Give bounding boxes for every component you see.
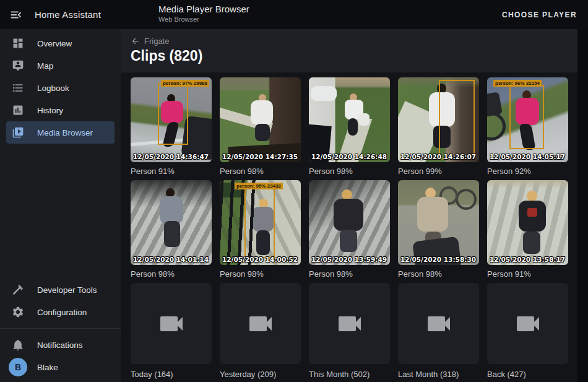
clip-card[interactable]: 12/05/2020 14:01:14 Person 98%: [131, 180, 212, 279]
bell-icon: [11, 337, 25, 352]
person-figure: [131, 180, 212, 265]
folder-card-back[interactable]: Back (427): [487, 283, 568, 380]
clip-timestamp: 12/05/2020 14:27:35: [222, 153, 298, 160]
person-figure: [487, 180, 568, 265]
clips-grid: person: 97% 29988 12/05/2020 14:36:47 Pe…: [131, 77, 568, 380]
video-camera-icon: [424, 309, 454, 339]
sidebar-divider: [0, 328, 121, 329]
page-title: Media Player Browser: [158, 4, 249, 14]
folder-label: Back (427): [487, 370, 568, 380]
folder-thumbnail: [131, 283, 212, 364]
clip-label: Person 98%: [220, 269, 301, 279]
page-title-block: Media Player Browser Web Browser: [158, 4, 249, 23]
folder-card-yesterday[interactable]: Yesterday (209): [220, 283, 301, 380]
sidebar-item-media-browser[interactable]: Media Browser: [6, 121, 115, 144]
folder-label: This Month (502): [309, 370, 390, 380]
detection-bounding-box: [158, 83, 188, 145]
sidebar-item-notifications[interactable]: Notifications: [6, 334, 115, 356]
content-header: Frigate Clips (820): [121, 29, 577, 72]
choose-player-button[interactable]: CHOOSE PLAYER: [502, 11, 577, 19]
folder-card-today[interactable]: Today (164): [131, 283, 212, 380]
sidebar-spacer: [0, 144, 121, 279]
clip-card[interactable]: person: 97% 29988 12/05/2020 14:36:47 Pe…: [131, 77, 212, 176]
sidebar-item-developer-tools[interactable]: Developer Tools: [6, 279, 115, 301]
clip-thumbnail: person: 95% 23432 12/05/2020 14:00:52: [220, 180, 301, 265]
page-subtitle: Web Browser: [158, 15, 249, 23]
clip-label: Person 92%: [487, 167, 568, 176]
app-title: Home Assistant: [35, 9, 101, 20]
play-box-multiple-icon: [11, 125, 25, 140]
hammer-icon: [11, 282, 25, 297]
person-figure: [309, 180, 390, 265]
folder-label: Yesterday (209): [220, 370, 301, 380]
chart-box-icon: [11, 103, 25, 118]
sidebar-item-user[interactable]: B Blake: [6, 356, 115, 378]
clip-card[interactable]: 12/05/2020 13:58:30 Person 98%: [398, 180, 479, 279]
clip-label: Person 98%: [131, 269, 212, 279]
clip-card[interactable]: person: 96% 32154 12/05/2020 14:05:17 Pe…: [487, 77, 568, 176]
sidebar-item-map[interactable]: Map: [6, 54, 115, 77]
video-camera-icon: [246, 309, 275, 339]
clip-timestamp: 12/05/2020 13:59:49: [311, 256, 387, 263]
clip-thumbnail: 12/05/2020 14:27:35: [220, 77, 301, 162]
clip-timestamp: 12/05/2020 14:36:47: [133, 153, 209, 160]
folder-thumbnail: [487, 283, 568, 364]
detection-bounding-box: [509, 85, 544, 149]
detection-label: person: 96% 32154: [493, 80, 542, 87]
detection-label: person: 95% 23432: [235, 183, 283, 189]
folder-label: Today (164): [131, 370, 212, 380]
clip-card[interactable]: 12/05/2020 13:59:49 Person 98%: [309, 180, 390, 279]
clip-card[interactable]: 12/05/2020 14:26:07 Person 99%: [398, 77, 479, 176]
detection-bounding-box: [244, 185, 275, 258]
clip-label: Person 91%: [487, 269, 568, 279]
clip-thumbnail: 12/05/2020 13:59:49: [309, 180, 390, 265]
view-dashboard-icon: [11, 36, 25, 51]
sidebar-item-logbook[interactable]: Logbook: [6, 77, 115, 99]
video-camera-icon: [335, 309, 365, 339]
clip-thumbnail: 12/05/2020 14:26:48: [309, 77, 390, 162]
folder-card-last-month[interactable]: Last Month (318): [398, 283, 479, 380]
clip-card[interactable]: 12/05/2020 14:26:48 Person 98%: [309, 77, 390, 176]
clip-thumbnail: 12/05/2020 13:58:30: [398, 180, 479, 265]
clip-timestamp: 12/05/2020 14:26:48: [311, 153, 387, 160]
menu-open-icon[interactable]: [4, 2, 28, 27]
clip-card[interactable]: 12/05/2020 13:58:17 Person 91%: [487, 180, 568, 279]
clip-timestamp: 12/05/2020 14:26:07: [400, 153, 476, 160]
sidebar-bottom-group: Notifications: [0, 334, 121, 356]
clip-thumbnail: 12/05/2020 14:01:14: [131, 180, 212, 265]
media-browser-content: Frigate Clips (820) person: 97% 29988 12…: [121, 29, 577, 382]
user-name: Blake: [37, 363, 58, 372]
video-camera-icon: [513, 309, 543, 339]
scrollbar[interactable]: [577, 29, 588, 382]
cog-icon: [11, 305, 25, 319]
clip-label: Person 99%: [398, 167, 479, 176]
clip-label: Person 98%: [309, 269, 390, 279]
sidebar-item-history[interactable]: History: [6, 99, 115, 121]
folder-thumbnail: [309, 283, 390, 364]
arrow-left-icon: [131, 37, 140, 46]
format-list-bulleted-icon: [11, 80, 25, 95]
clip-timestamp: 12/05/2020 14:01:14: [133, 256, 209, 263]
clip-thumbnail: 12/05/2020 14:26:07: [398, 77, 479, 162]
page-heading: Clips (820): [131, 48, 577, 64]
clip-timestamp: 12/05/2020 14:00:52: [222, 256, 298, 263]
person-figure: [309, 77, 390, 162]
clip-timestamp: 12/05/2020 13:58:17: [490, 256, 565, 263]
app-bar: Home Assistant Media Player Browser Web …: [0, 0, 588, 29]
clip-card[interactable]: 12/05/2020 14:27:35 Person 98%: [220, 77, 301, 176]
sidebar-item-overview[interactable]: Overview: [6, 32, 115, 54]
clip-card[interactable]: person: 95% 23432 12/05/2020 14:00:52 Pe…: [220, 180, 301, 279]
clip-thumbnail: 12/05/2020 13:58:17: [487, 180, 568, 265]
breadcrumb-back-frigate[interactable]: Frigate: [131, 37, 169, 46]
folder-label: Last Month (318): [398, 370, 479, 380]
folder-card-this-month[interactable]: This Month (502): [309, 283, 390, 380]
clip-timestamp: 12/05/2020 13:58:30: [400, 256, 476, 263]
folder-thumbnail: [220, 283, 301, 364]
sidebar-item-configuration[interactable]: Configuration: [6, 301, 115, 323]
breadcrumb-label: Frigate: [144, 37, 169, 46]
clip-label: Person 91%: [131, 167, 212, 176]
clip-label: Person 98%: [220, 167, 301, 176]
video-camera-icon: [157, 309, 186, 339]
clip-label: Person 98%: [309, 167, 390, 176]
clip-label: Person 98%: [398, 269, 479, 279]
